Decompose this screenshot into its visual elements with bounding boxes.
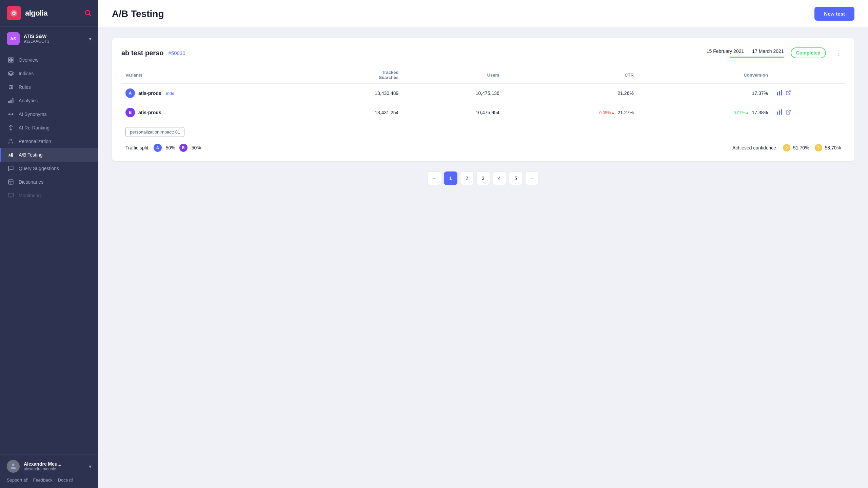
traffic-b-pct: 50%	[192, 145, 201, 150]
user-name: Alexandre Meu...	[24, 461, 85, 467]
sidebar-item-rules[interactable]: Rules	[0, 80, 98, 94]
variant-a-badge: A	[125, 88, 135, 98]
variant-b-conversion: 0.07%▲ 17.38%	[638, 103, 772, 122]
variant-b-conversion-value: 17.38%	[752, 110, 768, 115]
confidence-item-b: ? 58.70%	[815, 144, 841, 151]
docs-link[interactable]: Docs	[58, 477, 74, 483]
svg-rect-16	[8, 101, 9, 103]
support-link[interactable]: Support	[7, 477, 28, 483]
svg-rect-7	[12, 61, 13, 62]
account-chevron-icon: ▾	[89, 36, 92, 42]
sidebar-item-personalization[interactable]: Personalization	[0, 135, 98, 148]
svg-rect-24	[8, 180, 13, 184]
variant-a-actions	[772, 84, 845, 103]
svg-rect-37	[777, 111, 778, 115]
user-info: Alexandre Meu... alexandre.meunie...	[24, 461, 85, 471]
traffic-label: Traffic split:	[125, 145, 150, 150]
logo-icon	[7, 6, 21, 20]
pagination-page-4[interactable]: 4	[493, 171, 506, 185]
table-row: B atis-prods 13,431,254 10,475,954 0.05%…	[121, 103, 845, 122]
pagination-next[interactable]: →	[525, 171, 539, 185]
col-conversion: Conversion	[638, 66, 772, 84]
svg-rect-39	[781, 109, 782, 115]
sidebar-item-ai-reranking-label: AI Re-Ranking	[19, 125, 50, 130]
external-link-icon	[24, 478, 28, 482]
user-chevron-icon: ▾	[89, 463, 92, 470]
confidence-icon-a: ?	[783, 144, 790, 151]
sidebar-footer: Alexandre Meu... alexandre.meunie... ▾ S…	[0, 454, 98, 488]
variant-b-chart-icon[interactable]	[776, 109, 783, 117]
variant-b-ctr-value: 21.27%	[617, 110, 633, 115]
sidebar-item-overview[interactable]: Overview	[0, 53, 98, 67]
account-info: ATIS S&W 932LAAGOT3	[24, 34, 85, 44]
feedback-link[interactable]: Feedback	[33, 477, 53, 483]
sidebar-item-query-suggestions[interactable]: Query Suggestions	[0, 162, 98, 175]
sidebar-item-ai-reranking[interactable]: AI Re-Ranking	[0, 121, 98, 135]
variant-a-tracked: 13,430,489	[302, 84, 402, 103]
sidebar-item-query-suggestions-label: Query Suggestions	[19, 166, 59, 171]
search-button[interactable]	[84, 9, 92, 18]
variant-b-name-cell: B atis-prods	[121, 103, 302, 122]
sidebar-item-personalization-label: Personalization	[19, 139, 51, 144]
svg-rect-6	[12, 58, 13, 59]
sidebar-header: algolia	[0, 0, 98, 27]
col-ctr: CTR	[504, 66, 638, 84]
monitoring-icon	[8, 192, 14, 199]
traffic-badge-b: B	[179, 144, 188, 152]
account-selector[interactable]: AS ATIS S&W 932LAAGOT3 ▾	[0, 27, 98, 50]
test-date-end: 17 March 2021	[752, 48, 784, 54]
docs-external-icon	[69, 478, 73, 482]
pagination: ← 1 2 3 4 5 →	[112, 171, 854, 185]
confidence-value-b: 58.70%	[825, 145, 841, 150]
svg-point-13	[9, 85, 11, 86]
sidebar-item-monitoring[interactable]: Monitoring	[0, 189, 98, 202]
main-area: A/B Testing New test ab test perso #5003…	[98, 0, 868, 488]
sidebar-item-ab-testing[interactable]: A/B Testing	[0, 148, 98, 162]
dictionaries-icon	[8, 179, 14, 185]
sidebar-item-indices[interactable]: Indices	[0, 67, 98, 80]
more-options-button[interactable]: ⋮	[833, 47, 845, 58]
traffic-row: Traffic split: A 50% B 50% Achieved conf…	[121, 138, 845, 152]
sidebar-item-ai-synonyms[interactable]: AI Synonyms	[0, 107, 98, 121]
sidebar-item-monitoring-label: Monitoring	[19, 193, 41, 198]
sidebar-item-rules-label: Rules	[19, 84, 31, 90]
pagination-page-1[interactable]: 1	[444, 171, 457, 185]
variant-a-chart-icon[interactable]	[776, 89, 783, 97]
query-suggestions-icon	[8, 165, 14, 171]
test-id: #50030	[168, 50, 185, 56]
pagination-page-2[interactable]: 2	[460, 171, 474, 185]
traffic-a-pct: 50%	[166, 145, 175, 150]
variant-a-users: 10,475,136	[402, 84, 503, 103]
account-name: ATIS S&W	[24, 34, 85, 39]
col-variants: Variants	[121, 66, 302, 84]
new-test-button[interactable]: New test	[814, 7, 854, 21]
svg-rect-34	[779, 91, 780, 96]
variant-b-external-icon[interactable]	[786, 109, 791, 116]
confidence-section: Achieved confidence: ? 51.70% ? 58.70%	[732, 144, 841, 151]
col-users: Users	[402, 66, 503, 84]
variant-a-sub: inde	[166, 91, 175, 96]
pagination-page-3[interactable]: 3	[476, 171, 490, 185]
svg-rect-35	[781, 90, 782, 95]
variant-a-external-icon[interactable]	[786, 90, 791, 97]
sidebar-item-analytics[interactable]: Analytics	[0, 94, 98, 107]
svg-point-14	[12, 87, 13, 88]
pagination-page-5[interactable]: 5	[509, 171, 522, 185]
test-date-start: 15 February 2021	[707, 48, 744, 54]
variant-b-badge: B	[125, 108, 135, 117]
svg-rect-38	[779, 110, 780, 115]
sidebar-item-dictionaries[interactable]: Dictionaries	[0, 175, 98, 189]
personalization-icon	[8, 138, 14, 144]
variant-b-actions	[772, 103, 845, 122]
user-profile[interactable]: Alexandre Meu... alexandre.meunie... ▾	[7, 460, 92, 473]
footer-links: Support Feedback Docs	[7, 477, 92, 483]
svg-point-21	[10, 139, 12, 141]
account-id: 932LAAGOT3	[24, 39, 85, 44]
personalization-tag: personalizationImpact: 81	[125, 127, 184, 137]
variants-table: Variants TrackedSearches Users CTR Conve…	[121, 66, 845, 122]
variant-b-index: atis-prods	[138, 110, 161, 115]
page-title: A/B Testing	[112, 8, 164, 19]
test-card-header: ab test perso #50030 15 February 2021 17…	[121, 47, 845, 58]
pagination-prev[interactable]: ←	[428, 171, 441, 185]
svg-line-32	[71, 479, 73, 481]
